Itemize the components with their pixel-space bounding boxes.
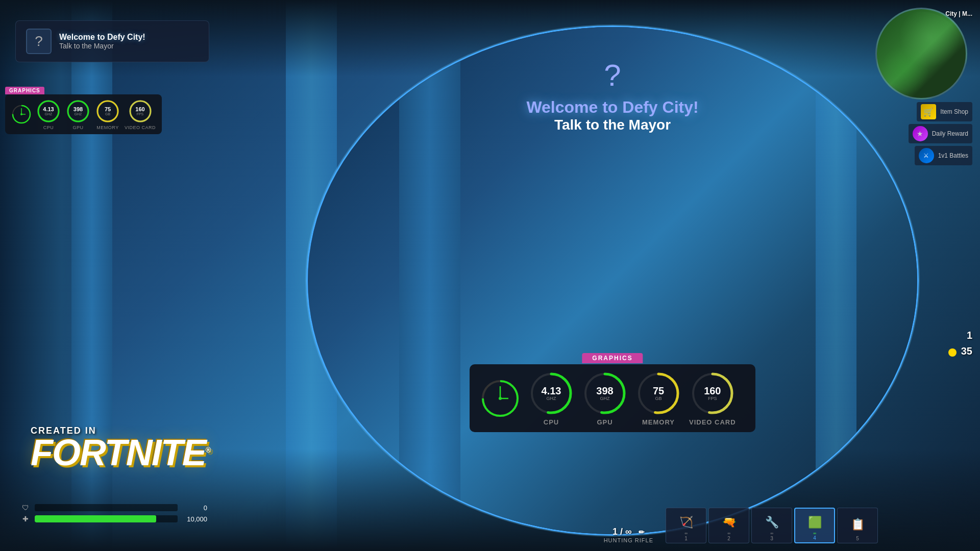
ammo-count: 1 / ∞ ✏: [612, 527, 645, 537]
slot-1-icon: 🏹: [679, 516, 693, 529]
quest-text: Welcome to Defy City! Talk to the Mayor: [59, 33, 145, 50]
shield-bar-row: 🛡 0: [20, 504, 207, 512]
health-value: 10,000: [182, 515, 207, 523]
svg-rect-5: [513, 235, 533, 291]
fortnite-branding: CREATED IN FORTNITE®: [31, 425, 210, 469]
hud-bars: 🛡 0 ✚ 10,000: [20, 504, 207, 523]
slot-5[interactable]: 📋 5: [837, 508, 878, 543]
weapon-name: HUNTING RIFLE: [604, 537, 653, 543]
current-weapon-info: 1 / ∞ ✏ HUNTING RIFLE: [604, 527, 653, 543]
graphics-panel-small: 4.13 GHZ CPU 398 GHZ GPU 75: [5, 94, 162, 134]
health-icon: ✚: [20, 515, 31, 523]
gold-icon: [948, 348, 957, 357]
daily-reward-row[interactable]: ★ Daily Reward: [909, 124, 972, 143]
item-shop-row[interactable]: 🛒 Item Shop: [917, 102, 972, 121]
minimap-circle: [875, 8, 967, 99]
gold-display: 35: [948, 345, 972, 357]
battles-row[interactable]: ⚔ 1v1 Battles: [915, 146, 972, 165]
graphics-label-small: GRAPHICS: [5, 87, 44, 94]
gold-value: 35: [961, 345, 972, 357]
daily-reward-label: Daily Reward: [932, 130, 968, 137]
shield-icon: 🛡: [20, 504, 31, 512]
health-fill: [35, 515, 156, 522]
item-shop-label: Item Shop: [940, 108, 968, 115]
quest-icon: ?: [26, 29, 52, 54]
svg-rect-6: [469, 296, 488, 362]
clock-gauge-small: [11, 104, 32, 124]
quest-title: Welcome to Defy City!: [59, 33, 145, 42]
minimap-city-label: City | M...: [945, 10, 972, 17]
player-character: [413, 148, 567, 403]
slot-2-icon: 🔫: [722, 516, 736, 529]
quest-panel: ? Welcome to Defy City! Talk to the Mayo…: [15, 20, 209, 62]
svg-rect-2: [469, 237, 476, 293]
svg-point-8: [467, 356, 489, 366]
minimap-overlay: [879, 12, 963, 95]
svg-point-9: [491, 356, 513, 366]
player-count: 1: [967, 330, 972, 341]
slot-3[interactable]: 🔧 ∞ 3: [751, 508, 792, 543]
slot-5-icon: 📋: [851, 518, 865, 531]
item-shop-icon: 🛒: [921, 104, 936, 119]
slot-2[interactable]: 🔫 ∞ 2: [708, 508, 749, 543]
slot-4-active[interactable]: 🟩 ∞ 4: [794, 508, 835, 543]
battles-label: 1v1 Battles: [938, 152, 968, 159]
weapon-slots: 🏹 ∞ 1 🔫 ∞ 2 🔧 ∞ 3 🟩 ∞ 4 📋 5: [666, 508, 878, 543]
videocard-gauge-small: 160 FPS VIDEO CARD: [125, 98, 156, 130]
shield-track: [35, 504, 178, 511]
slot-4-icon: 🟩: [808, 516, 822, 529]
svg-point-18: [20, 113, 22, 115]
right-hud: 1 35: [948, 330, 972, 357]
svg-rect-4: [447, 235, 467, 291]
gpu-gauge-small: 398 GHZ GPU: [65, 98, 91, 130]
daily-reward-icon: ★: [913, 126, 928, 141]
health-track: [35, 515, 178, 522]
memory-gauge-small: 75 GB MEMORY: [95, 98, 120, 130]
slot-1[interactable]: 🏹 ∞ 1: [666, 508, 706, 543]
svg-rect-7: [492, 296, 511, 362]
quest-subtitle: Talk to the Mayor: [59, 42, 145, 50]
minimap: City | M...: [870, 8, 972, 110]
top-right-icons: 🛒 Item Shop ★ Daily Reward ⚔ 1v1 Battles: [909, 102, 972, 165]
battle-icon: ⚔: [919, 148, 934, 163]
fortnite-logo: FORTNITE®: [31, 436, 210, 469]
health-bar-row: ✚ 10,000: [20, 515, 207, 523]
shield-value: 0: [182, 504, 207, 512]
slot-3-icon: 🔧: [765, 516, 779, 529]
cpu-gauge-small: 4.13 GHZ CPU: [36, 98, 61, 130]
inventory-bar: 1 / ∞ ✏ HUNTING RIFLE 🏹 ∞ 1 🔫 ∞ 2 🔧 ∞ 3 …: [604, 508, 878, 543]
